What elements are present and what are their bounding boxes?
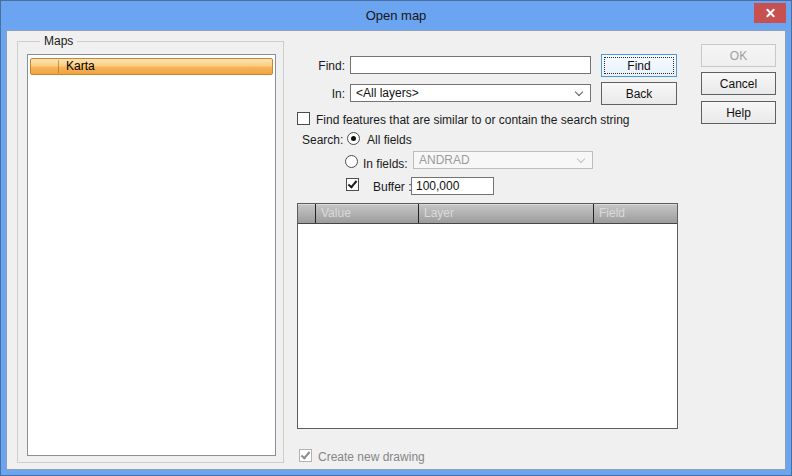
buffer-input[interactable] bbox=[411, 177, 494, 195]
column-header-rowselector[interactable] bbox=[298, 204, 316, 223]
ok-button: OK bbox=[701, 44, 776, 67]
buffer-label[interactable]: Buffer : bbox=[373, 180, 411, 194]
results-grid-header: Value Layer Field bbox=[298, 204, 677, 224]
search-label: Search: bbox=[302, 133, 343, 147]
chevron-down-icon bbox=[577, 155, 585, 163]
find-label: Find: bbox=[297, 59, 345, 73]
all-fields-radio-label[interactable]: All fields bbox=[367, 133, 412, 147]
titlebar: Open map bbox=[1, 1, 791, 30]
similar-checkbox-label[interactable]: Find features that are similar to or con… bbox=[316, 113, 629, 127]
in-fields-radio[interactable] bbox=[345, 155, 358, 168]
create-new-drawing-label: Create new drawing bbox=[318, 450, 425, 464]
in-layers-combobox[interactable]: <All layers> bbox=[350, 84, 591, 102]
all-fields-radio[interactable] bbox=[347, 132, 360, 145]
in-fields-radio-label[interactable]: In fields: bbox=[363, 157, 408, 171]
find-button[interactable]: Find bbox=[601, 54, 677, 77]
column-header-field[interactable]: Field bbox=[594, 204, 677, 223]
in-fields-selected-value: ANDRAD bbox=[419, 153, 470, 167]
in-fields-combobox: ANDRAD bbox=[413, 151, 593, 169]
radio-dot bbox=[351, 136, 356, 141]
open-map-dialog: Open map Maps Karta Find: Find In: <All … bbox=[0, 0, 792, 476]
checkmark-icon bbox=[348, 178, 358, 188]
in-label: In: bbox=[297, 87, 345, 101]
create-new-drawing-checkbox bbox=[299, 449, 312, 462]
similar-checkbox[interactable] bbox=[297, 112, 310, 125]
buffer-checkbox[interactable] bbox=[346, 178, 359, 191]
find-input[interactable] bbox=[350, 56, 591, 74]
close-icon bbox=[765, 8, 776, 19]
results-grid[interactable]: Value Layer Field bbox=[297, 203, 678, 429]
checkmark-icon bbox=[301, 449, 311, 459]
back-button[interactable]: Back bbox=[601, 82, 677, 105]
close-button[interactable] bbox=[754, 3, 786, 23]
in-layers-selected-value: <All layers> bbox=[356, 86, 419, 100]
results-grid-body[interactable] bbox=[298, 224, 677, 428]
list-item-karta[interactable]: Karta bbox=[30, 58, 273, 75]
column-header-value[interactable]: Value bbox=[316, 204, 419, 223]
help-button[interactable]: Help bbox=[701, 101, 776, 124]
maps-listbox[interactable]: Karta bbox=[27, 54, 276, 456]
chevron-down-icon bbox=[575, 88, 583, 96]
list-item-divider bbox=[58, 60, 59, 73]
maps-group-label: Maps bbox=[40, 34, 77, 48]
list-item-label: Karta bbox=[66, 59, 95, 73]
column-header-layer[interactable]: Layer bbox=[419, 204, 594, 223]
window-title: Open map bbox=[366, 8, 427, 23]
cancel-button[interactable]: Cancel bbox=[701, 72, 776, 95]
